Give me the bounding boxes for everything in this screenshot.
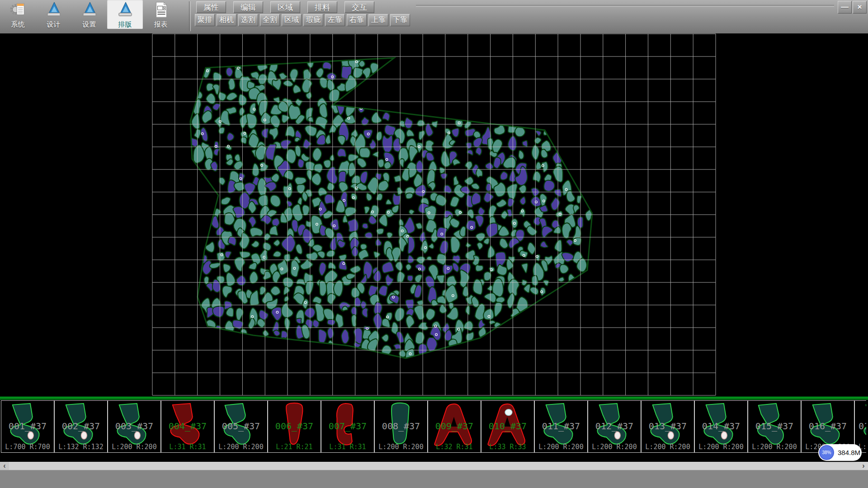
menu-row-2: 聚排相机选割全割区域瑕疵左靠右靠上靠下靠 <box>195 14 410 26</box>
thumb-cell[interactable]: 012_#37L:200 R:200 <box>588 400 641 453</box>
thumb-cell[interactable]: 001_#37L:700 R:700 <box>1 400 54 453</box>
progress-percent-badge: 38% <box>819 445 834 460</box>
nested-piece <box>312 320 319 328</box>
tool-button-cluster-nest[interactable]: 聚排 <box>195 14 215 26</box>
thumb-id-label: 016_#37 <box>802 421 854 432</box>
nested-piece <box>415 332 425 344</box>
application-window: 系统设计设置排版报表 属性编辑区域排料交互 聚排相机选割全割区域瑕疵左靠右靠上靠… <box>0 0 868 488</box>
thumb-cell[interactable]: 014_#37L:200 R:200 <box>694 400 748 453</box>
thumb-cell[interactable]: 013_#37L:200 R:200 <box>641 400 694 453</box>
thumb-id-label: 017_#37 <box>859 421 866 432</box>
nested-piece <box>397 272 405 282</box>
nested-piece <box>241 137 247 144</box>
nested-piece <box>532 276 538 286</box>
thumb-lr-label: L:33 R:33 <box>481 443 534 451</box>
thumb-cell[interactable]: 011_#37L:200 R:200 <box>534 400 588 453</box>
strip-divider-line <box>0 397 868 399</box>
nested-piece <box>284 296 288 301</box>
nested-piece <box>560 264 569 273</box>
tool-button-snap-bottom[interactable]: 下靠 <box>390 14 410 26</box>
thumb-id-label: 010_#37 <box>481 421 534 432</box>
setup-icon <box>81 1 98 20</box>
menu-button-properties[interactable]: 属性 <box>196 1 226 13</box>
tool-button-snap-top[interactable]: 上靠 <box>368 14 388 26</box>
thumb-id-label: 011_#37 <box>535 421 587 432</box>
thumb-id-label: 003_#37 <box>108 421 160 432</box>
minimize-button[interactable]: — <box>838 1 852 14</box>
big-button-label: 报表 <box>154 21 168 28</box>
big-button-report[interactable]: 报表 <box>143 0 179 29</box>
tool-button-camera[interactable]: 相机 <box>217 14 236 26</box>
nested-piece <box>394 344 401 349</box>
nested-piece <box>417 300 423 305</box>
tool-button-area[interactable]: 区域 <box>282 14 302 26</box>
design-icon <box>45 1 62 20</box>
thumb-lr-label: L:200 R:200 <box>642 443 694 451</box>
thumb-cell[interactable]: 015_#37L:200 R:200 <box>748 400 801 453</box>
nested-piece <box>302 205 310 215</box>
nested-piece <box>337 149 346 157</box>
status-bar <box>0 470 868 488</box>
tool-button-snap-left[interactable]: 左靠 <box>325 14 345 26</box>
nested-piece <box>441 173 448 179</box>
tool-button-cut-all[interactable]: 全割 <box>260 14 280 26</box>
nested-piece <box>416 223 422 229</box>
big-button-label: 排版 <box>118 21 132 28</box>
thumb-cell[interactable]: 009_#37L:32 R:31 <box>428 400 481 453</box>
main-canvas[interactable] <box>0 33 868 397</box>
nested-piece <box>407 275 413 281</box>
thumb-id-label: 015_#37 <box>748 421 801 432</box>
tool-button-snap-right[interactable]: 右靠 <box>347 14 367 26</box>
nested-piece <box>308 117 313 122</box>
layout-icon <box>117 1 134 20</box>
thumb-cell[interactable]: 002_#37L:132 R:132 <box>54 400 108 453</box>
thumb-lr-label: L:132 R:132 <box>55 443 107 451</box>
nested-piece <box>376 131 382 141</box>
menu-button-interact[interactable]: 交互 <box>344 1 374 13</box>
thumb-cell[interactable]: 006_#37L:21 R:21 <box>268 400 321 453</box>
thumb-lr-label: L:200 R:200 <box>215 443 267 451</box>
nested-piece <box>511 219 518 228</box>
menu-button-region[interactable]: 区域 <box>270 1 300 13</box>
thumb-lr-label: L:700 R:700 <box>1 443 54 451</box>
big-button-setup[interactable]: 设置 <box>71 0 107 29</box>
thumb-cell[interactable]: 008_#37L:200 R:200 <box>374 400 428 453</box>
thumb-cell[interactable]: 003_#37L:200 R:200 <box>108 400 161 453</box>
main-toolbar: 系统设计设置排版报表 属性编辑区域排料交互 聚排相机选割全割区域瑕疵左靠右靠上靠… <box>0 0 868 33</box>
close-button[interactable]: × <box>853 1 867 14</box>
thumb-id-label: 004_#37 <box>161 421 214 432</box>
thumb-id-label: 014_#37 <box>695 421 747 432</box>
nesting-canvas-svg[interactable] <box>0 33 868 397</box>
menu-button-nesting[interactable]: 排料 <box>307 1 337 13</box>
nested-piece <box>319 281 326 296</box>
horizontal-scrollbar[interactable]: ‹ › <box>0 462 868 470</box>
thumb-lr-label: L:200 R:200 <box>535 443 587 451</box>
nested-piece <box>473 255 480 266</box>
nested-piece <box>322 62 331 70</box>
big-button-design[interactable]: 设计 <box>36 0 71 29</box>
big-button-system[interactable]: 系统 <box>0 0 36 29</box>
thumb-lr-label: L:200 R:200 <box>695 443 747 451</box>
nested-piece <box>351 314 356 327</box>
tool-button-defect[interactable]: 瑕疵 <box>303 14 323 26</box>
nested-piece <box>212 306 224 317</box>
tool-button-cut-selected[interactable]: 选割 <box>238 14 258 26</box>
scroll-left-arrow-icon[interactable]: ‹ <box>0 462 9 470</box>
thumb-cell[interactable]: 005_#37L:200 R:200 <box>214 400 268 453</box>
thumb-cell[interactable]: 004_#37L:31 R:31 <box>161 400 214 453</box>
nested-piece <box>473 279 482 295</box>
menu-button-edit[interactable]: 编辑 <box>233 1 263 13</box>
thumb-cell[interactable]: 010_#37L:33 R:33 <box>481 400 534 453</box>
nested-piece <box>227 133 234 141</box>
nested-piece <box>406 193 413 199</box>
big-button-layout[interactable]: 排版 <box>107 0 143 29</box>
nested-piece <box>378 159 384 167</box>
nested-piece <box>382 262 394 273</box>
thumb-cell[interactable]: 007_#37L:31 R:31 <box>321 400 374 453</box>
scroll-right-arrow-icon[interactable]: › <box>859 462 868 470</box>
nested-piece <box>274 330 280 336</box>
nested-piece <box>285 126 295 137</box>
nested-piece <box>425 140 434 151</box>
nested-piece <box>250 272 258 284</box>
app-icon-bar: 系统设计设置排版报表 <box>0 0 179 29</box>
